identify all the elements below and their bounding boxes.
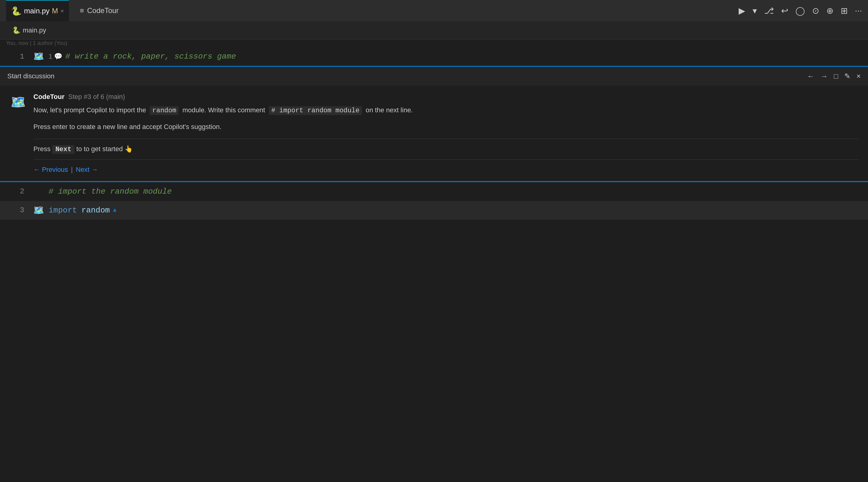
undo-icon[interactable]: ↩: [781, 6, 788, 16]
editor-tab-python-icon: 🐍: [12, 26, 20, 34]
codetour-marker-3: 🗺️: [33, 205, 45, 216]
tour-icon: 🗺️: [9, 93, 27, 111]
previous-link[interactable]: ← Previous: [33, 166, 68, 173]
python-file-icon: 🐍: [11, 6, 22, 16]
random-code: random: [150, 106, 179, 115]
hint-suffix: to to get started 👆: [76, 145, 133, 153]
step-label: Step #3 of 6 (main): [66, 93, 125, 100]
codetour-tab[interactable]: ≡ CodeTour: [74, 0, 125, 21]
code-editor: You, now | 1 author (You) 1 🗺️ 1 💬 # wri…: [0, 39, 868, 220]
hint-prefix: Press: [33, 145, 51, 153]
discussion-paragraph-2: Press enter to create a new line and acc…: [33, 121, 859, 132]
discussion-panel-title: Start discussion: [7, 72, 54, 80]
search-icon[interactable]: ◯: [796, 6, 805, 16]
code-line-1: 1 🗺️ 1 💬 # write a rock, paper, scissors…: [0, 47, 868, 66]
editor-tab-label: main.py: [23, 26, 46, 34]
discussion-content: 🗺️ CodeTour Step #3 of 6 (main) Now, let…: [9, 93, 859, 173]
discussion-header-actions: ← → □ ✎ ×: [807, 72, 861, 81]
more-icon[interactable]: ···: [855, 6, 862, 15]
codetour-marker-1: 🗺️: [33, 51, 45, 62]
line-number-2: 2: [6, 187, 24, 195]
discussion-divider-2: [33, 159, 859, 160]
import-code: # import random module: [269, 106, 362, 115]
layout-icon[interactable]: ⊞: [841, 6, 848, 16]
codetour-brand: CodeTour: [33, 93, 64, 100]
discussion-panel: Start discussion ← → □ ✎ × 🗺️ CodeTour S…: [0, 67, 868, 181]
header-edit-icon[interactable]: ✎: [844, 72, 850, 81]
header-prev-icon[interactable]: ←: [807, 72, 814, 81]
header-maximize-icon[interactable]: □: [834, 72, 838, 81]
para1c-text: on the next line.: [366, 106, 413, 114]
line-number-1: 1: [6, 53, 24, 61]
line-2-code: # import the random module: [49, 187, 172, 196]
editor-tabs: 🐍 main.py: [0, 21, 868, 39]
codetour-menu-icon: ≡: [80, 6, 84, 15]
import-keyword: import: [49, 206, 77, 215]
title-bar-left: 🐍 main.py M × ≡ CodeTour: [6, 0, 125, 21]
next-link[interactable]: Next →: [75, 166, 98, 173]
timer-icon[interactable]: ⊕: [827, 6, 833, 16]
run-icon[interactable]: ▶: [739, 6, 745, 16]
editor-tab-main-py[interactable]: 🐍 main.py: [6, 21, 52, 39]
hint-next-code: Next: [52, 145, 74, 154]
discussion-hint: Press Next to to get started 👆: [33, 145, 859, 153]
para1b-text: module. Write this comment: [183, 106, 265, 114]
run-dropdown-icon[interactable]: ▾: [752, 6, 757, 16]
discussion-paragraph-1: Now, let's prompt Copilot to import the …: [33, 104, 859, 116]
triangle-indicator: ▲: [113, 207, 117, 214]
line-1-code: # write a rock, paper, scissors game: [65, 52, 236, 61]
redo-icon[interactable]: ⊙: [812, 6, 819, 16]
codetour-tab-label: CodeTour: [87, 6, 119, 15]
discussion-header: Start discussion ← → □ ✎ ×: [0, 67, 868, 86]
nav-separator: |: [71, 166, 73, 173]
main-py-tab[interactable]: 🐍 main.py M ×: [6, 0, 69, 21]
code-line-3: 3 🗺️ import random ▲: [0, 201, 868, 220]
modified-badge: M: [52, 7, 58, 15]
close-tab-icon[interactable]: ×: [60, 8, 64, 14]
line-number-3: 3: [6, 206, 24, 214]
comment-bubble-1[interactable]: 1 💬: [49, 53, 62, 60]
header-close-icon[interactable]: ×: [857, 72, 861, 81]
nav-links: ← Previous | Next →: [33, 166, 859, 173]
title-bar: 🐍 main.py M × ≡ CodeTour ▶ ▾ ⎇ ↩ ◯ ⊙ ⊕ ⊞…: [0, 0, 868, 21]
git-branch-icon[interactable]: ⎇: [764, 6, 774, 16]
code-line-2: 2 # import the random module: [0, 182, 868, 201]
main-py-tab-label: main.py: [24, 7, 50, 15]
discussion-divider: [33, 139, 859, 139]
discussion-body: 🗺️ CodeTour Step #3 of 6 (main) Now, let…: [0, 86, 868, 181]
discussion-text: CodeTour Step #3 of 6 (main) Now, let's …: [33, 93, 859, 173]
git-blame-text: You, now | 1 author (You): [0, 39, 868, 47]
header-next-icon[interactable]: →: [820, 72, 828, 81]
para1-text: Now, let's prompt Copilot to import the: [33, 106, 146, 114]
random-module: random: [82, 206, 110, 215]
title-bar-right: ▶ ▾ ⎇ ↩ ◯ ⊙ ⊕ ⊞ ···: [739, 6, 862, 16]
discussion-title: CodeTour Step #3 of 6 (main): [33, 93, 859, 101]
